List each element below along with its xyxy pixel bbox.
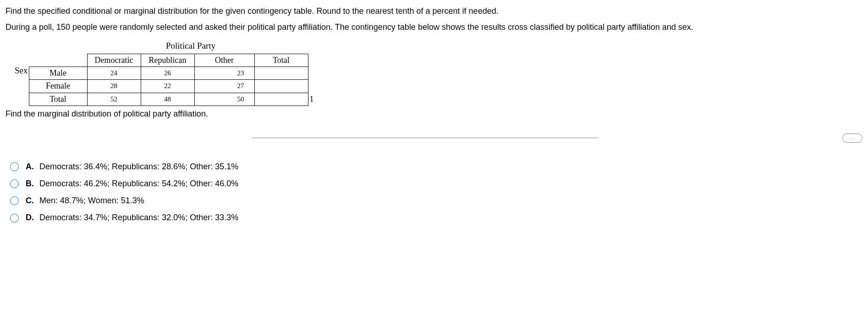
row-label-male: Male [29,67,87,80]
option-c-radio[interactable] [10,196,19,205]
cell-total-democratic: 52 [87,93,141,106]
table-title: Political Party [166,40,863,52]
contingency-table: Democratic Republican Other Total Male 2… [29,54,308,106]
option-b-radio[interactable] [10,179,19,188]
sub-question: Find the marginal distribution of politi… [5,108,863,120]
option-d-letter: D. [26,212,34,223]
option-b-letter: B. [26,178,34,189]
trailing-mark: 1 [310,94,314,105]
header-other: Other [194,54,254,67]
row-group-label: Sex [15,65,28,77]
header-republican: Republican [141,54,194,67]
option-c-row: C. Men: 48.7%; Women: 51.3% [10,195,863,206]
option-b-text: Democrats: 46.2%; Republicans: 54.2%; Ot… [39,178,238,189]
question-instruction: Find the specified conditional or margin… [5,6,863,17]
question-context: During a poll, 150 people were randomly … [5,22,863,33]
cell-female-republican: 22 [141,80,194,93]
cell-total-other: 50 [194,93,254,106]
option-b-row: B. Democrats: 46.2%; Republicans: 54.2%;… [10,178,863,189]
cell-male-other: 23 [194,67,254,80]
cell-male-republican: 26 [141,67,194,80]
contingency-table-container: Sex Democratic Republican Other Total Ma… [15,54,863,106]
cell-female-democratic: 28 [87,80,141,93]
option-d-row: D. Democrats: 34.7%; Republicans: 32.0%;… [10,212,863,223]
empty-corner-cell [29,54,87,67]
row-label-female: Female [29,80,87,93]
option-c-text: Men: 48.7%; Women: 51.3% [39,195,144,206]
cell-total-republican: 48 [141,93,194,106]
option-d-radio[interactable] [10,214,19,223]
option-a-row: A. Democrats: 36.4%; Republicans: 28.6%;… [10,161,863,173]
cell-female-total [254,80,308,93]
divider-container: ... [5,134,863,143]
expand-button[interactable]: ... [842,134,863,143]
option-a-text: Democrats: 36.4%; Republicans: 28.6%; Ot… [39,161,238,173]
cell-male-democratic: 24 [87,67,141,80]
header-democratic: Democratic [87,54,141,67]
option-c-letter: C. [26,195,34,206]
row-label-total: Total [29,93,87,106]
divider-line [252,138,598,138]
answer-options: A. Democrats: 36.4%; Republicans: 28.6%;… [10,161,863,224]
option-a-letter: A. [26,161,34,173]
cell-female-other: 27 [194,80,254,93]
header-total: Total [254,54,308,67]
option-a-radio[interactable] [10,162,19,171]
option-d-text: Democrats: 34.7%; Republicans: 32.0%; Ot… [39,212,238,223]
cell-total-total [254,93,308,106]
cell-male-total [254,67,308,80]
